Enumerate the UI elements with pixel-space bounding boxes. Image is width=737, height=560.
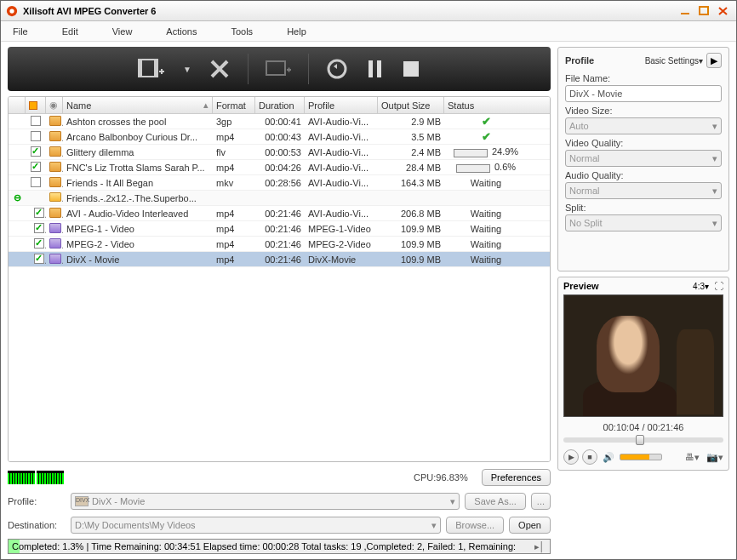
preferences-button[interactable]: Preferences [482,469,551,486]
split-select[interactable]: No Split [565,214,722,231]
reload-button[interactable] [324,56,350,82]
row-duration: 00:00:53 [255,146,305,158]
expand-icon[interactable] [9,228,26,230]
expand-icon[interactable] [9,151,26,153]
col-output-size[interactable]: Output Size [378,97,444,113]
row-profile [305,197,378,199]
add-dropdown-icon[interactable]: ▼ [183,65,191,74]
add-file-button[interactable] [137,56,168,82]
menu-tools[interactable]: Tools [231,26,253,37]
add-profile-button[interactable] [264,56,293,82]
row-checkbox[interactable] [26,222,46,236]
aspect-ratio-select[interactable]: 4:3▾ [693,282,709,291]
play-button[interactable]: ▶ [563,449,579,465]
menu-edit[interactable]: Edit [62,26,78,37]
minimize-button[interactable] [678,4,694,18]
basic-settings-link[interactable]: Basic Settings▾ [645,56,703,66]
row-checkbox[interactable] [26,115,46,129]
filename-input[interactable]: DivX - Movie [565,85,722,102]
close-button[interactable] [716,4,731,18]
snapshot-icon[interactable]: 📷▾ [706,452,723,463]
row-duration: 00:04:26 [255,162,305,174]
table-row[interactable]: AVI - Audio-Video Interleavedmp400:21:46… [9,206,550,221]
row-checkbox[interactable] [26,207,46,220]
col-type-icon[interactable]: ◉ [46,97,63,113]
row-profile: MPEG-2-Video [305,238,378,250]
destination-label: Destination: [8,520,66,530]
row-duration [255,197,305,199]
row-output-size: 206.8 MB [378,208,444,220]
menu-actions[interactable]: Actions [166,26,197,37]
stop-playback-button[interactable]: ■ [582,449,597,465]
expand-icon[interactable] [9,121,26,123]
table-row[interactable]: MPEG-2 - Videomp400:21:46MPEG-2-Video109… [9,237,550,252]
menu-help[interactable]: Help [287,26,306,37]
pause-button[interactable] [365,57,386,81]
row-duration: 00:00:43 [255,131,305,143]
expand-icon[interactable] [9,259,26,260]
preview-video[interactable] [563,294,723,417]
maximize-button[interactable] [697,4,712,18]
table-row[interactable]: Glittery dilemmaflv00:00:53AVI-Audio-Vi.… [9,145,550,160]
snapshot-folder-icon[interactable]: 🖶▾ [685,452,700,463]
col-name[interactable]: Name▴ [63,97,213,113]
file-icon [46,176,63,190]
expand-icon[interactable] [9,213,26,214]
profile-panel-expand-icon[interactable]: ▶ [706,53,722,68]
row-duration: 00:21:46 [255,238,305,250]
expand-icon[interactable] [9,243,26,245]
row-format: mp4 [213,208,255,220]
stop-button[interactable] [401,59,421,79]
row-checkbox[interactable] [26,253,46,266]
audioquality-select[interactable]: Normal [565,182,722,199]
col-check[interactable] [26,97,46,113]
row-checkbox[interactable] [26,176,46,190]
status-scroll-icon[interactable]: ▸│ [533,541,546,552]
expand-icon[interactable] [9,136,26,138]
expand-icon[interactable] [9,167,26,169]
row-checkbox[interactable] [26,161,46,174]
videoquality-select[interactable]: Normal [565,150,722,167]
table-row[interactable]: Friends - It All Beganmkv00:28:56AVI-Aud… [9,175,550,191]
menu-view[interactable]: View [112,26,133,37]
fullscreen-icon[interactable]: ⛶ [714,281,723,291]
expand-icon[interactable] [9,182,26,184]
menu-file[interactable]: File [13,26,28,37]
row-name: Friends - It All Began [63,177,213,189]
table-row[interactable]: FNC's Liz Trotta Slams Sarah P...mp400:0… [9,160,550,175]
table-row[interactable]: Arcano Balbonboy Curious Dr...mp400:00:4… [9,129,550,145]
row-status: ✔ [444,129,528,144]
row-checkbox[interactable] [26,146,46,159]
table-row[interactable]: DivX - Moviemp400:21:46DivX-Movie109.9 M… [9,252,550,267]
row-checkbox[interactable] [26,130,46,144]
open-button[interactable]: Open [509,517,551,534]
volume-slider[interactable] [620,454,662,460]
save-as-more-button[interactable]: ... [531,493,551,510]
table-row[interactable]: MPEG-1 - Videomp400:21:46MPEG-1-Video109… [9,221,550,237]
col-format[interactable]: Format [213,97,255,113]
remove-button[interactable] [207,56,232,82]
save-as-button[interactable]: Save As... [465,493,526,510]
file-icon [46,222,63,236]
videosize-select[interactable]: Auto [565,117,722,134]
table-row[interactable]: ⊖Friends.-.2x12.-.The.Superbo... [9,191,550,206]
col-status[interactable]: Status [444,97,528,113]
destination-combo[interactable]: D:\My Documents\My Videos [71,517,441,534]
col-duration[interactable]: Duration [255,97,305,113]
row-name: MPEG-1 - Video [63,223,213,235]
row-output-size: 28.4 MB [378,162,444,174]
row-checkbox[interactable] [26,197,46,199]
table-row[interactable]: Ashton crosses the pool3gp00:00:41AVI-Au… [9,114,550,129]
volume-icon[interactable]: 🔊 [603,452,614,463]
expand-icon[interactable]: ⊖ [9,191,26,204]
cpu-label: CPU:96.83% [414,472,468,483]
col-expand[interactable] [9,97,26,113]
col-profile[interactable]: Profile [305,97,378,113]
svg-rect-9 [368,60,373,77]
row-status: 24.9% [444,146,528,157]
browse-button[interactable]: Browse... [446,517,504,534]
seek-slider[interactable] [563,437,723,443]
profile-combo[interactable]: DIVXDivX - Movie [71,493,460,510]
row-checkbox[interactable] [26,237,46,251]
row-duration: 00:21:46 [255,254,305,266]
